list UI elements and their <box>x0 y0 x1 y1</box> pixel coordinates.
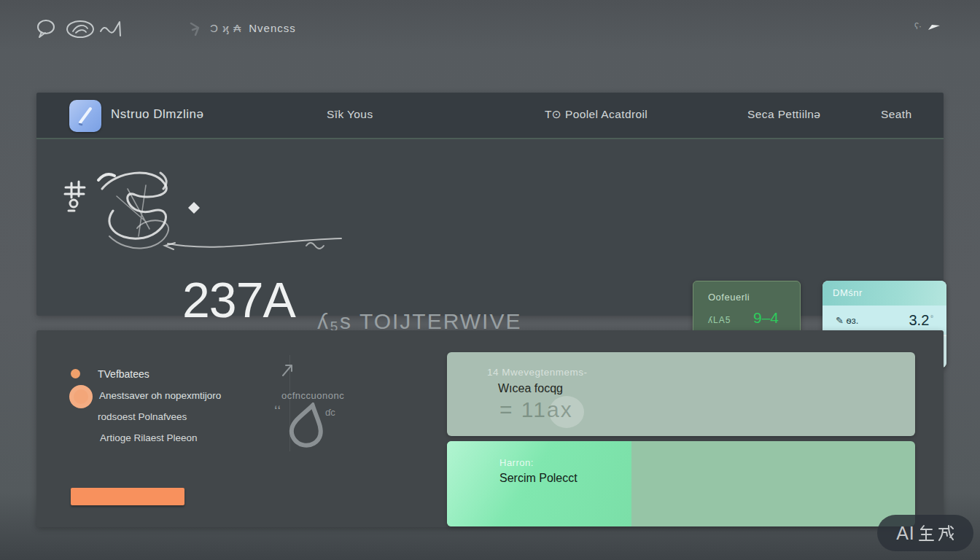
cta-button[interactable] <box>71 488 184 505</box>
topbar-title: Ɔ ϗ ₳ Nvencss <box>210 22 296 34</box>
list-item: rodsoest Polnafvees <box>98 411 187 422</box>
small-mark-icon: ʕ· <box>914 21 922 31</box>
teal-card-row1-value: 3.2ᵉ <box>909 312 933 329</box>
arrow-glyph-icon <box>188 20 204 38</box>
teal-card-header: DMśnr <box>822 281 946 306</box>
hero-scribble-icon <box>58 167 350 262</box>
ai-generated-watermark: AI <box>877 515 973 551</box>
search-icon[interactable] <box>35 18 58 41</box>
green-card-row1-label: ʎLA5 <box>708 315 731 325</box>
up-arrow-icon <box>280 362 296 378</box>
eye-icon[interactable] <box>66 20 95 39</box>
panel2-title: Sercim Polecct <box>499 472 578 485</box>
teal-card-row1-label: ✎ ѳɜ. <box>836 315 858 326</box>
hero-big-number: 237A <box>182 275 295 324</box>
cjk-sheng-icon <box>917 524 935 542</box>
cjk-cheng-icon <box>937 524 954 542</box>
green-card-row1-value: 9–4 <box>753 309 779 327</box>
play-arrow-icon[interactable] <box>926 20 942 34</box>
droplet-caption: ɗc <box>325 407 335 418</box>
list-item: Artioge Rilaest Pleeon <box>100 432 198 443</box>
brand-logo[interactable] <box>69 100 101 132</box>
quote-marks: ʻʻ <box>274 403 281 420</box>
navbar: Nstruo Dlmzlinə Sīk Yous T⊙ Poolel Acatd… <box>36 93 944 139</box>
pen-icon <box>69 100 101 132</box>
brand-name: Nstruo Dlmzlinə <box>111 107 203 122</box>
panel1-faded-value: = 11ax <box>499 397 573 422</box>
banner-panel-bottom[interactable]: Harron: Sercim Polecct <box>447 441 915 526</box>
teal-card-title: DMśnr <box>833 287 863 298</box>
list-item: Anestsaver oh nopexmtijoro <box>99 390 221 401</box>
nav-item-2[interactable]: T⊙ Poolel Acatdroil <box>545 108 648 121</box>
lower-section: TVefbatees Anestsaver oh nopexmtijoro ro… <box>36 330 944 527</box>
watermark-latin-text: AI <box>896 523 915 544</box>
panel1-title: Wıcea focqg <box>498 382 563 395</box>
middle-caption: ocfnccuononc <box>281 390 344 401</box>
banner-panel-top[interactable]: 14 Mwevegtenmems- Wıcea focqg = 11ax <box>447 352 915 436</box>
nav-item-1[interactable]: Sīk Yous <box>327 108 373 121</box>
hero-section: Nstruo Dlmzlinə Sīk Yous T⊙ Poolel Acatd… <box>36 93 944 316</box>
nav-item-3[interactable]: Seca Pettiilnə <box>747 108 820 121</box>
green-card-title: Oofeuerli <box>708 292 750 303</box>
droplet-icon <box>287 402 328 448</box>
squiggle-icon[interactable] <box>99 20 124 39</box>
nav-item-4[interactable]: Seath <box>881 108 912 121</box>
bullet-dot-large <box>69 385 93 408</box>
teal-card-row1-sup: ᵉ <box>930 313 933 321</box>
panel1-light-text: 14 Mwevegtenmems- <box>487 367 588 378</box>
topbar-app-name: Nvencss <box>249 22 296 34</box>
list-item: TVefbatees <box>98 368 149 380</box>
bullet-dot-small <box>71 369 80 378</box>
panel2-light-text: Harron: <box>499 457 534 468</box>
topbar-prefix-glyphs: Ɔ ϗ ₳ <box>210 22 241 34</box>
